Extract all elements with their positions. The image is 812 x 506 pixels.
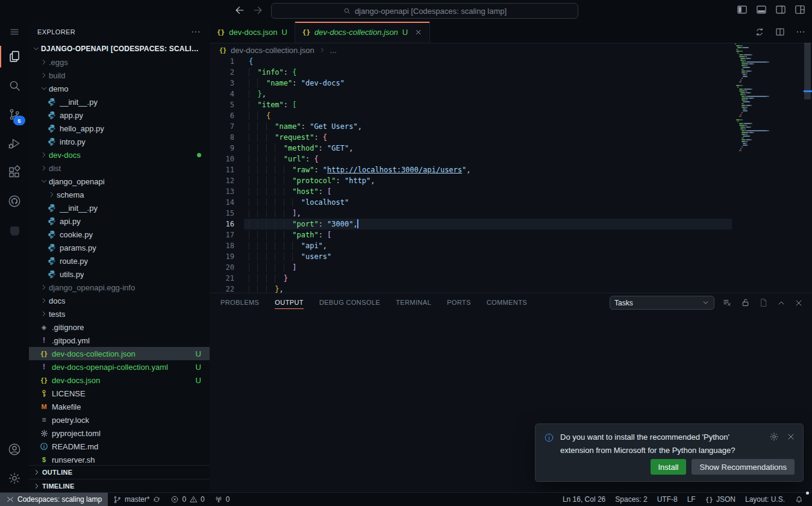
eol-item[interactable]: LF <box>682 493 701 506</box>
panel-tab-output[interactable]: OUTPUT <box>275 293 304 311</box>
install-button[interactable]: Install <box>651 459 687 475</box>
tree-folder-django-openapi[interactable]: django_openapi <box>29 175 210 188</box>
code-line-1[interactable]: 1{ <box>210 56 812 67</box>
code-line-3[interactable]: 3 "name": "dev-docs" <box>210 78 812 89</box>
panel-tab-debug-console[interactable]: DEBUG CONSOLE <box>319 293 380 311</box>
split-editor-icon[interactable] <box>775 27 785 37</box>
tree-file-route-py[interactable]: route.py <box>29 254 210 267</box>
run-debug-icon[interactable] <box>0 129 29 158</box>
toggle-panel-icon[interactable] <box>755 4 767 16</box>
panel-tab-ports[interactable]: PORTS <box>447 293 471 311</box>
source-control-icon[interactable]: 5 <box>0 100 29 129</box>
toggle-sidebar-icon[interactable] <box>736 4 748 16</box>
tree-file-dev-docs-openapi-collection-yaml[interactable]: !dev-docs-openapi-collection.yamlU <box>29 360 210 373</box>
code-line-11[interactable]: 11 "raw": "http://localhost:3000/api/use… <box>210 164 812 175</box>
git-branch-item[interactable]: master* <box>108 493 166 506</box>
back-arrow-icon[interactable] <box>234 4 246 16</box>
maximize-panel-icon[interactable] <box>776 298 786 308</box>
tree-folder-demo[interactable]: demo <box>29 82 210 95</box>
close-panel-icon[interactable] <box>794 298 804 308</box>
encoding-item[interactable]: UTF-8 <box>652 493 682 506</box>
forward-arrow-icon[interactable] <box>252 4 264 16</box>
tree-folder-django-openapi-codespaces-scaling-la[interactable]: DJANGO-OPENAPI [CODESPACES: SCALING LA..… <box>29 42 210 55</box>
tree-folder-build[interactable]: build <box>29 69 210 82</box>
tree-file-runserver-sh[interactable]: $runserver.sh <box>29 453 210 466</box>
tree-folder-dist[interactable]: dist <box>29 161 210 175</box>
code-area[interactable]: 1{2 "info": {3 "name": "dev-docs"4 },5 "… <box>210 56 812 293</box>
tab-dev-docs-json[interactable]: {}dev-docs.jsonU <box>210 22 295 43</box>
code-line-12[interactable]: 12 "protocol": "http", <box>210 175 812 186</box>
ports-item[interactable]: 0 <box>210 493 235 506</box>
tab-close-icon[interactable] <box>414 28 422 36</box>
tree-file-params-py[interactable]: params.py <box>29 241 210 254</box>
customize-layout-icon[interactable] <box>794 4 806 16</box>
code-line-16[interactable]: 16 "port": "3000", <box>210 219 812 230</box>
indentation-item[interactable]: Spaces: 2 <box>610 493 652 506</box>
tree-file-gitpod-yml[interactable]: !.gitpod.yml <box>29 334 210 347</box>
show-recommendations-button[interactable]: Show Recommendations <box>692 459 795 475</box>
tree-file-hello-app-py[interactable]: hello_app.py <box>29 122 210 135</box>
breadcrumb[interactable]: {} dev-docs-collection.json ... <box>210 43 812 57</box>
clear-output-icon[interactable] <box>722 298 732 308</box>
code-line-2[interactable]: 2 "info": { <box>210 67 812 78</box>
tree-file-init-py[interactable]: __init__.py <box>29 201 210 214</box>
keyboard-layout-item[interactable]: Layout: U.S. <box>740 493 790 506</box>
editor-more-actions-icon[interactable] <box>795 27 806 37</box>
compare-changes-icon[interactable] <box>754 27 765 37</box>
section-timeline[interactable]: TIMELINE <box>29 479 210 493</box>
extensions-icon[interactable] <box>0 158 29 187</box>
code-line-14[interactable]: 14 "localhost" <box>210 197 812 208</box>
problems-item[interactable]: 0 0 <box>166 493 209 506</box>
code-line-22[interactable]: 22 }, <box>210 284 812 293</box>
tree-file-makefile[interactable]: MMakefile <box>29 400 210 413</box>
account-icon[interactable] <box>0 435 29 464</box>
code-line-5[interactable]: 5 "item": [ <box>210 99 812 110</box>
tree-file-poetry-lock[interactable]: ≡poetry.lock <box>29 413 210 426</box>
tree-file-gitignore[interactable]: ◈.gitignore <box>29 320 210 334</box>
tree-folder-eggs[interactable]: .eggs <box>29 55 210 69</box>
command-center-search[interactable]: django-openapi [Codespaces: scaling lamp… <box>271 3 578 19</box>
tree-file-dev-docs-json[interactable]: {}dev-docs.jsonU <box>29 373 210 387</box>
tab-dev-docs-collection-json[interactable]: {}dev-docs-collection.jsonU <box>295 22 430 43</box>
tree-file-intro-py[interactable]: intro.py <box>29 135 210 148</box>
toggle-secondary-sidebar-icon[interactable] <box>775 4 787 16</box>
menu-icon[interactable] <box>0 22 29 42</box>
open-output-in-editor-icon[interactable] <box>758 298 769 308</box>
tree-file-pyproject-toml[interactable]: pyproject.toml <box>29 426 210 440</box>
notification-close-icon[interactable] <box>786 432 796 457</box>
github-icon[interactable] <box>0 187 29 216</box>
explorer-more-actions-icon[interactable] <box>190 27 201 37</box>
code-line-19[interactable]: 19 "users" <box>210 251 812 262</box>
tree-file-utils-py[interactable]: utils.py <box>29 267 210 281</box>
panel-tab-comments[interactable]: COMMENTS <box>487 293 527 311</box>
output-channel-select[interactable]: Tasks <box>610 296 714 310</box>
tree-folder-tests[interactable]: tests <box>29 307 210 320</box>
search-sidebar-icon[interactable] <box>0 71 29 100</box>
tree-folder-dev-docs[interactable]: dev-docs <box>29 148 210 161</box>
tree-file-init-py[interactable]: __init__.py <box>29 95 210 108</box>
code-line-21[interactable]: 21 } <box>210 273 812 284</box>
code-line-4[interactable]: 4 }, <box>210 89 812 99</box>
code-line-20[interactable]: 20 ] <box>210 262 812 273</box>
notification-settings-gear-icon[interactable] <box>769 432 779 457</box>
tree-file-readme-md[interactable]: README.md <box>29 440 210 453</box>
tree-file-license[interactable]: LICENSE <box>29 387 210 400</box>
code-line-7[interactable]: 7 "name": "Get Users", <box>210 121 812 132</box>
remote-indicator[interactable]: Codespaces: scaling lamp <box>0 493 108 506</box>
tree-file-cookie-py[interactable]: cookie.py <box>29 228 210 241</box>
panel-tab-problems[interactable]: PROBLEMS <box>220 293 259 311</box>
code-line-9[interactable]: 9 "method": "GET", <box>210 143 812 154</box>
code-line-15[interactable]: 15 ], <box>210 208 812 219</box>
tree-file-app-py[interactable]: app.py <box>29 108 210 122</box>
notifications-bell-icon[interactable] <box>790 493 808 506</box>
code-line-8[interactable]: 8 "request": { <box>210 132 812 143</box>
language-mode-item[interactable]: {} JSON <box>701 493 740 506</box>
code-line-6[interactable]: 6 { <box>210 110 812 121</box>
tree-folder-docs[interactable]: docs <box>29 294 210 307</box>
panel-tab-terminal[interactable]: TERMINAL <box>396 293 431 311</box>
tree-file-dev-docs-collection-json[interactable]: {}dev-docs-collection.jsonU <box>29 347 210 360</box>
code-line-13[interactable]: 13 "host": [ <box>210 186 812 197</box>
section-outline[interactable]: OUTLINE <box>29 465 210 479</box>
settings-gear-icon[interactable] <box>0 464 29 493</box>
explorer-icon[interactable] <box>0 42 29 71</box>
